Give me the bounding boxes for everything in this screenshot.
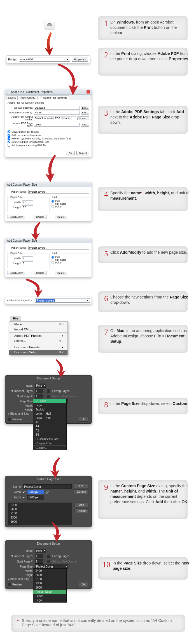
security-field[interactable] (34, 111, 80, 115)
list-item[interactable]: B5 (33, 433, 66, 437)
unit-point[interactable] (52, 261, 54, 264)
delete-button[interactable]: Delete (74, 508, 89, 513)
cancel-button[interactable]: Cancel (74, 489, 89, 494)
unit-mm[interactable] (52, 202, 54, 205)
intent-dropdown[interactable]: Print (35, 384, 46, 388)
list-item[interactable]: Custom... (33, 446, 66, 450)
chk-ask-replace[interactable] (8, 144, 10, 147)
list-item[interactable]: A4 (33, 424, 66, 428)
list-item[interactable]: 2300 (8, 515, 72, 520)
list-item[interactable]: 2400 (8, 503, 72, 507)
num-pages-field[interactable] (35, 554, 43, 558)
add-button[interactable]: Add... (81, 123, 89, 127)
ok-button[interactable]: OK (66, 151, 75, 155)
browse-button[interactable]: Browse... (77, 116, 89, 120)
list-item[interactable]: Legal – Half (33, 416, 66, 420)
list-item[interactable]: 2100 (33, 577, 66, 581)
preview-checkbox[interactable] (8, 418, 11, 421)
unit-inch[interactable] (52, 256, 54, 258)
delete-button[interactable]: Delete (55, 215, 67, 219)
page-size-dropdown[interactable]: Project Cover (35, 564, 68, 569)
printer-dropdown[interactable]: Adobe PDF ▼ (19, 57, 70, 62)
file-menu-head[interactable]: File (10, 316, 21, 321)
properties-button[interactable]: Properties (72, 57, 88, 62)
list-item[interactable]: A5 (33, 420, 66, 424)
page-size-field[interactable] (34, 123, 80, 127)
tab-paper-quality[interactable]: Paper/Quality (18, 95, 37, 100)
unit-inch[interactable] (52, 200, 54, 202)
delete-button[interactable]: Delete (55, 271, 67, 275)
facing-checkbox[interactable] (47, 555, 50, 558)
chk-delete-logs[interactable] (8, 141, 10, 143)
name-field[interactable] (23, 484, 72, 489)
menu-pdf-presets[interactable]: Adobe PDF Presets (9, 333, 67, 338)
output-folder-field[interactable] (34, 116, 76, 120)
list-item[interactable]: 1900 (33, 585, 66, 590)
width-field[interactable] (27, 490, 44, 494)
list-item[interactable]: 2300 (33, 581, 66, 585)
page-size-dropdown[interactable]: Project covers ▼ (35, 298, 90, 303)
list-item[interactable]: 2100 (8, 511, 72, 515)
list-item[interactable]: 2650 (33, 573, 66, 577)
list-item[interactable]: Tabloid (33, 407, 66, 412)
intent-dropdown[interactable]: Print (35, 549, 46, 553)
cancel-button[interactable]: Cancel (76, 151, 89, 155)
height-field[interactable] (27, 495, 44, 500)
start-page-field[interactable] (35, 559, 43, 564)
list-item[interactable]: Project Cover (33, 590, 66, 594)
list-item[interactable]: Compact Disc (33, 441, 66, 445)
step-number: 6 (101, 295, 108, 305)
height-field[interactable] (22, 261, 33, 265)
tab-pdf-settings[interactable]: 📄 Adobe PDF Settings (38, 95, 69, 100)
num-pages-field[interactable] (35, 389, 43, 393)
list-item[interactable]: Legal (33, 598, 66, 602)
unit-mm[interactable] (52, 258, 54, 261)
list-item[interactable]: 2400 (33, 569, 66, 573)
cancel-button[interactable]: Cancel (34, 271, 46, 275)
start-page-field[interactable] (35, 394, 43, 398)
list-item[interactable]: ✓ Letter (33, 399, 66, 403)
list-item[interactable]: 2650 (8, 507, 72, 511)
add-button[interactable]: Add (74, 503, 89, 507)
print-button[interactable] (45, 21, 54, 29)
edit-button-2[interactable]: Edit... (81, 111, 89, 115)
list-item[interactable]: Letter – Half (33, 412, 66, 416)
chk-doc-info[interactable] (8, 134, 10, 137)
chk-label: Ask to replace existing PDF file (11, 144, 46, 147)
list-item[interactable]: Legal (33, 403, 66, 407)
menu-place[interactable]: Place...⌘D (9, 322, 67, 327)
ptf-checkbox[interactable] (47, 395, 50, 398)
menu-import-xml[interactable]: Import XML... (9, 327, 67, 332)
list-item[interactable]: 1900 (8, 520, 72, 524)
paper-names-field[interactable] (28, 190, 89, 194)
chk-system-fonts[interactable] (8, 137, 10, 140)
add-modify-button[interactable]: Add/Modify (8, 271, 25, 275)
width-field[interactable] (22, 200, 33, 204)
close-icon[interactable] (87, 90, 90, 94)
link-icon[interactable]: 🔗 (45, 491, 49, 494)
chk-view-results[interactable] (8, 130, 10, 133)
sizes-list[interactable]: 2400 2650 2100 2300 1900 (8, 503, 72, 525)
step-9: 9In the Custom Page Size dialog, specify… (101, 483, 190, 505)
menu-doc-presets[interactable]: Document Presets (9, 345, 67, 350)
paper-names-field[interactable] (28, 246, 89, 250)
width-field[interactable] (22, 256, 33, 260)
tab-layout[interactable]: Layout (6, 95, 18, 100)
list-item[interactable]: US Business Card (33, 437, 66, 441)
default-settings-field[interactable] (34, 106, 80, 110)
edit-button[interactable]: Edit... (81, 106, 89, 110)
ok-button[interactable]: OK (79, 582, 89, 587)
preview-checkbox[interactable] (8, 583, 11, 586)
add-modify-button[interactable]: Add/Modify (8, 215, 25, 219)
menu-doc-setup[interactable]: Document Setup...⌥⌘P (9, 350, 67, 355)
cancel-button[interactable]: Cancel (34, 215, 46, 219)
facing-checkbox[interactable] (47, 389, 50, 393)
menu-export[interactable]: Export...⌘E (9, 338, 67, 343)
height-field[interactable] (22, 205, 33, 209)
ptf-checkbox[interactable] (47, 560, 50, 563)
list-item[interactable]: Letter (33, 594, 66, 598)
ok-button[interactable]: OK (74, 484, 89, 488)
unit-point[interactable] (52, 205, 54, 208)
list-item[interactable]: A3 (33, 428, 66, 433)
ok-button[interactable]: OK (79, 417, 89, 422)
